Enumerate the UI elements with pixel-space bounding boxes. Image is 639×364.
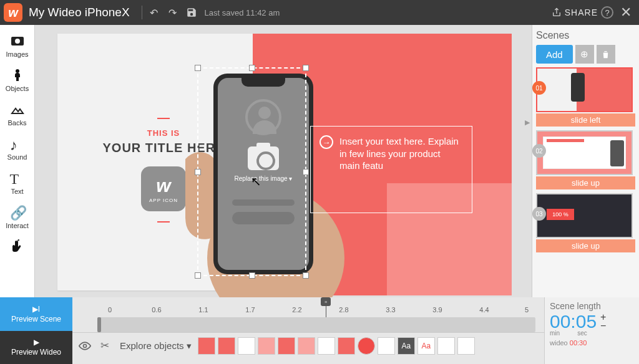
resize-handle[interactable]	[303, 272, 309, 279]
resize-handle[interactable]	[303, 65, 309, 71]
slide-canvas[interactable]: THIS IS YOUR TITLE HERE wAPP ICON Replac…	[57, 34, 507, 290]
transition-3[interactable]: slide up	[536, 239, 635, 252]
play-icon: ▶I	[32, 305, 40, 314]
sidebar-backs[interactable]: Backs	[0, 98, 34, 130]
app-logo: w	[4, 3, 22, 22]
timeline-object[interactable]	[318, 337, 335, 355]
resize-handle[interactable]	[303, 169, 309, 175]
tool-sidebar: Images Objects Backs ♪ Sound T Text 🔗 In…	[0, 25, 35, 297]
sidebar-sound[interactable]: ♪ Sound	[0, 133, 34, 165]
scenes-panel: Scenes Add ⊕ 01 slide left ▶ 02 slide up…	[532, 25, 639, 297]
resize-handle[interactable]	[195, 169, 201, 175]
timeline-object[interactable]	[298, 337, 315, 355]
add-scene-button[interactable]: Add	[536, 45, 573, 64]
scene-thumb-2[interactable]: 02	[536, 130, 635, 175]
arrow-right-icon: →	[320, 135, 333, 149]
last-saved-label: Last saved 11:42 am	[205, 8, 280, 17]
scene-time: 00:05	[550, 311, 597, 332]
timeline-object[interactable]	[258, 337, 275, 355]
visibility-toggle[interactable]	[76, 337, 94, 355]
resize-handle[interactable]	[249, 65, 255, 71]
resize-handle[interactable]	[195, 65, 201, 71]
music-note-icon: ♪	[10, 136, 25, 151]
canvas-area[interactable]: THIS IS YOUR TITLE HERE wAPP ICON Replac…	[35, 25, 532, 297]
scene-thumb-1[interactable]: 01	[536, 67, 635, 112]
sidebar-images[interactable]: Images	[0, 30, 34, 62]
insert-indicator-icon: ▶	[525, 118, 530, 127]
help-button[interactable]: ?	[598, 3, 617, 22]
text-icon: T	[10, 171, 25, 186]
timeline-object[interactable]	[198, 337, 215, 355]
explore-objects[interactable]: Explore objects ▾	[120, 340, 192, 352]
text-card[interactable]: → Insert your text here. Explain in few …	[310, 126, 472, 213]
scenes-heading: Scenes	[536, 30, 635, 41]
transition-2[interactable]: slide up	[536, 176, 635, 189]
timeline-object[interactable]: Aa	[398, 337, 415, 355]
resize-handle[interactable]	[249, 272, 255, 279]
timeline-object[interactable]	[238, 337, 255, 355]
timeline-object[interactable]	[437, 337, 455, 355]
time-ruler[interactable]: ≡ 0 0.6 1.1 1.7 2.2 2.8 3.3 3.9 4.4 5	[72, 297, 544, 317]
timeline-object[interactable]: Aa	[417, 337, 435, 355]
preview-wideo-button[interactable]: ▶ Preview Wideo	[0, 331, 72, 365]
time-decrease[interactable]: −	[600, 322, 606, 330]
preview-scene-button[interactable]: ▶I Preview Scene	[0, 297, 72, 331]
undo-button[interactable]: ↶	[145, 3, 163, 22]
timeline-object[interactable]	[378, 337, 395, 355]
top-bar: w My Wideo iPhoneX ↶ ↷ Last saved 11:42 …	[0, 0, 639, 25]
timeline-object[interactable]	[218, 337, 235, 355]
resize-handle[interactable]	[195, 272, 201, 279]
timeline-object[interactable]	[358, 337, 375, 355]
sidebar-interact[interactable]: 🔗 Interact	[0, 201, 34, 233]
play-icon: ▶	[34, 338, 39, 347]
timeline-object[interactable]	[457, 337, 475, 355]
share-button[interactable]: SHARE	[552, 7, 598, 17]
objects-strip: ✂ Explore objects ▾ Aa Aa	[72, 332, 544, 358]
link-icon: 🔗	[10, 205, 25, 220]
delete-scene-button[interactable]	[597, 45, 615, 64]
redo-button[interactable]: ↷	[163, 3, 182, 22]
svg-point-1	[84, 344, 87, 347]
close-button[interactable]: ✕	[617, 3, 635, 22]
timeline-object[interactable]	[338, 337, 355, 355]
duplicate-scene-button[interactable]: ⊕	[575, 45, 594, 64]
timeline-area: ▶I Preview Scene ▶ Preview Wideo ≡ 0 0.6…	[0, 297, 639, 364]
project-title[interactable]: My Wideo iPhoneX	[29, 6, 139, 19]
sidebar-objects[interactable]: Objects	[0, 64, 34, 96]
playhead[interactable]: ≡	[321, 297, 331, 317]
save-button[interactable]	[182, 3, 201, 22]
transition-1[interactable]: slide left	[536, 113, 635, 127]
cut-button[interactable]: ✂	[96, 337, 114, 355]
sidebar-hand[interactable]	[0, 236, 34, 260]
app-icon-placeholder[interactable]: wAPP ICON	[141, 166, 186, 211]
sidebar-text[interactable]: T Text	[0, 167, 34, 199]
svg-point-0	[16, 69, 19, 73]
seek-bar[interactable]	[97, 317, 535, 332]
scene-thumb-3[interactable]: 03 100 %	[536, 193, 635, 238]
selection-box[interactable]	[197, 67, 306, 276]
timeline-object[interactable]	[278, 337, 295, 355]
scene-length-panel: Scene length 00:05 +− minsec wideo 00:30	[544, 297, 639, 364]
